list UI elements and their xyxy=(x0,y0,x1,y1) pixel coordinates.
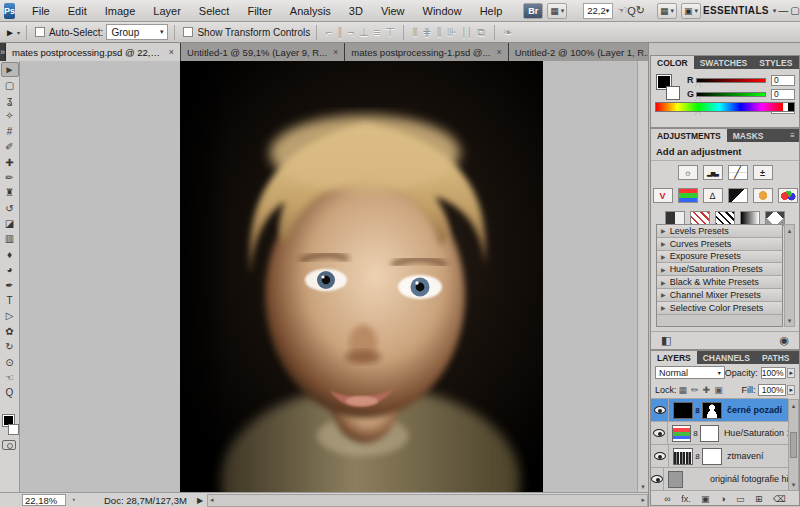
layer-style-icon[interactable]: fx. xyxy=(681,494,691,504)
expand-triangle-icon[interactable]: ▶ xyxy=(661,253,666,260)
expand-triangle-icon[interactable]: ▶ xyxy=(661,240,666,247)
channel-slider[interactable] xyxy=(696,92,766,97)
panel-tab[interactable]: STYLES xyxy=(753,56,798,69)
visibility-cell[interactable] xyxy=(651,422,668,444)
dodge-tool[interactable]: ◕ xyxy=(1,262,19,277)
document-tab[interactable]: mates postprocessing-1.psd @... × xyxy=(345,43,508,61)
slider-handle-icon[interactable] xyxy=(695,96,701,101)
delete-layer-icon[interactable]: ⌫ xyxy=(773,494,786,504)
distribute-icon[interactable]: ⊪ xyxy=(447,26,457,38)
new-layer-icon[interactable]: ⊞ xyxy=(755,494,763,504)
close-icon[interactable]: × xyxy=(333,47,338,57)
history-brush-tool[interactable]: ↺ xyxy=(1,201,19,216)
panel-tab[interactable]: PATHS xyxy=(756,351,796,364)
arrange-documents-button[interactable]: ▦ ▾ xyxy=(657,3,677,19)
menu-item[interactable]: Filter xyxy=(238,2,280,20)
maximize-button[interactable]: ▢ xyxy=(790,4,799,18)
align-icon[interactable]: ¬ xyxy=(348,26,354,38)
scroll-up-icon[interactable]: ▴ xyxy=(788,225,792,236)
layer-thumbnail[interactable] xyxy=(673,448,693,465)
distribute-icon[interactable]: ⋕ xyxy=(422,26,431,38)
layer-thumbnail[interactable] xyxy=(673,402,693,419)
pen-tool[interactable]: ✒ xyxy=(1,277,19,292)
link-layers-icon[interactable]: ∞ xyxy=(664,494,670,504)
scroll-down-icon[interactable]: ▾ xyxy=(788,315,792,326)
eyedropper-tool[interactable]: ✐ xyxy=(1,139,19,154)
path-selection-tool[interactable]: ▷ xyxy=(1,308,19,323)
align-icon[interactable]: ⊤ xyxy=(385,26,395,38)
channel-mixer-icon[interactable] xyxy=(778,188,798,203)
lasso-tool[interactable]: ʓ xyxy=(1,93,19,108)
preset-row[interactable]: ▶ Black & White Presets xyxy=(657,276,782,289)
scroll-up-icon[interactable]: ▴ xyxy=(792,400,796,411)
photo-filter-icon[interactable] xyxy=(753,188,773,203)
panel-tab[interactable]: SWATCHES xyxy=(694,56,754,69)
color-spectrum-ramp[interactable] xyxy=(655,102,795,112)
3d-orbit-tool[interactable]: ⊙ xyxy=(1,354,19,369)
visibility-cell[interactable] xyxy=(651,445,669,467)
presets-scrollbar[interactable]: ▴ ▾ xyxy=(784,224,795,327)
expand-triangle-icon[interactable]: ▶ xyxy=(661,291,666,298)
tool-preset-caret-icon[interactable]: ▾ xyxy=(17,29,20,36)
background-color-swatch[interactable] xyxy=(8,424,19,435)
move-tool[interactable]: ► xyxy=(1,62,19,77)
brightness-contrast-icon[interactable] xyxy=(678,165,698,180)
spot-healing-brush-tool[interactable]: ✚ xyxy=(1,154,19,169)
menu-item[interactable]: Select xyxy=(190,2,239,20)
channel-value-input[interactable]: 0 xyxy=(771,75,795,86)
document-tab[interactable]: Untitled-2 @ 100% (Layer 1, R... × xyxy=(509,43,671,61)
menu-item[interactable]: File xyxy=(23,2,59,20)
canvas[interactable] xyxy=(180,61,543,492)
quick-selection-tool[interactable]: ✧ xyxy=(1,108,19,123)
background-color-swatch[interactable] xyxy=(666,86,680,100)
menu-item[interactable]: Analysis xyxy=(281,2,340,20)
color-balance-icon[interactable] xyxy=(703,188,723,203)
lock-icon[interactable]: ▣ xyxy=(714,385,723,395)
auto-align-layers-icon[interactable]: ❧ xyxy=(503,26,512,39)
view-extras-button[interactable]: ▦ ▾ xyxy=(547,3,567,19)
lock-icon[interactable]: ✏ xyxy=(691,385,699,395)
foreground-background-swatches[interactable] xyxy=(2,415,20,435)
distribute-icon[interactable]: ⫴ xyxy=(413,26,418,38)
quick-mask-button[interactable] xyxy=(2,440,16,450)
scroll-down-icon[interactable]: ▾ xyxy=(792,479,796,490)
hand-tool[interactable]: ☜ xyxy=(1,370,19,385)
expanded-view-icon[interactable]: ◧ xyxy=(661,334,671,347)
layer-row[interactable]: 8 ztmavení xyxy=(651,445,788,468)
fill-input[interactable]: 100% xyxy=(758,384,786,396)
panel-menu-icon[interactable]: ≡ xyxy=(786,129,799,142)
menu-item[interactable]: Help xyxy=(471,2,512,20)
menu-item[interactable]: Layer xyxy=(144,2,190,20)
show-transform-checkbox[interactable] xyxy=(183,27,193,37)
vibrance-icon[interactable] xyxy=(653,188,673,203)
layer-name[interactable]: černé pozadí xyxy=(727,405,782,415)
distribute-icon[interactable]: ⫼ xyxy=(437,26,442,38)
layer-row[interactable]: 8 Hue/Saturation 1 xyxy=(651,422,788,445)
opacity-slider-icon[interactable]: ▸ xyxy=(787,368,795,378)
eye-icon[interactable] xyxy=(654,452,666,460)
layer-row[interactable]: originál fotografie highpass xyxy=(651,468,788,491)
black-white-icon[interactable] xyxy=(728,188,748,203)
channel-slider[interactable] xyxy=(696,78,766,83)
layer-thumbnail[interactable] xyxy=(668,471,683,488)
preset-row[interactable]: ▶ Curves Presets xyxy=(657,238,782,251)
screen-mode-button[interactable]: ▣ ▾ xyxy=(681,3,701,19)
slider-handle-icon[interactable] xyxy=(695,82,701,87)
vertical-scrollbar[interactable]: ▾ xyxy=(637,61,648,492)
eraser-tool[interactable]: ◪ xyxy=(1,216,19,231)
visibility-cell[interactable] xyxy=(651,468,664,490)
eye-icon[interactable] xyxy=(653,429,665,437)
close-icon[interactable]: × xyxy=(169,47,174,57)
document-tab[interactable]: Untitled-1 @ 59,1% (Layer 9, R... × xyxy=(181,43,345,61)
layers-scrollbar[interactable]: ▴ ▾ xyxy=(788,399,799,491)
channel-value-input[interactable]: 0 xyxy=(771,89,795,100)
levels-icon[interactable] xyxy=(703,165,723,180)
workspace-switcher[interactable]: ESSENTIALS xyxy=(703,5,769,16)
menu-item[interactable]: View xyxy=(372,2,414,20)
new-adjustment-layer-icon[interactable]: ◑ xyxy=(720,494,725,504)
scrollbar-thumb[interactable] xyxy=(790,432,797,458)
align-icon[interactable]: ⌐ xyxy=(326,26,332,38)
layer-name[interactable]: originál fotografie highpass xyxy=(710,474,788,484)
status-zoom-input[interactable]: 22,18% xyxy=(22,494,66,506)
blur-tool[interactable]: ♦ xyxy=(1,247,19,262)
